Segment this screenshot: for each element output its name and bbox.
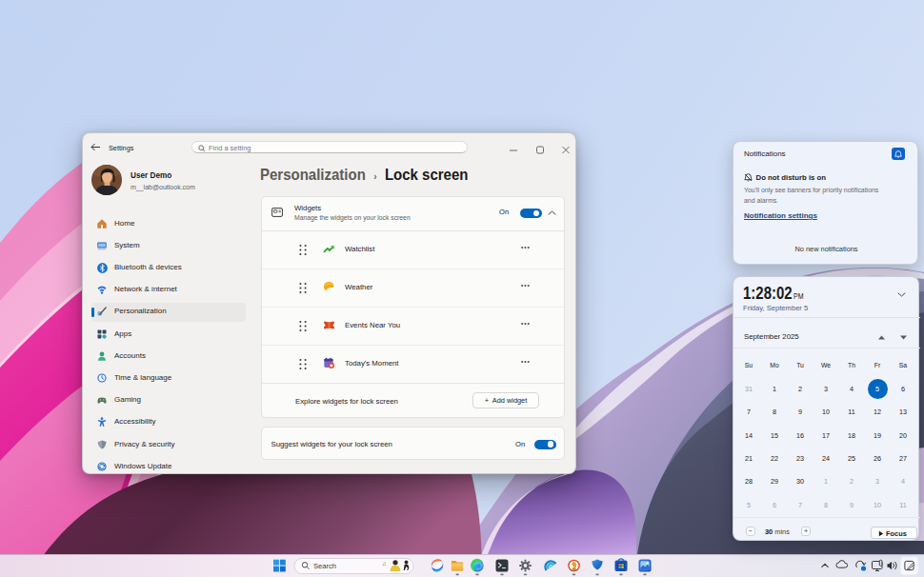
- svg-text:Search: Search: [313, 562, 336, 570]
- svg-text:♫: ♫: [382, 561, 387, 567]
